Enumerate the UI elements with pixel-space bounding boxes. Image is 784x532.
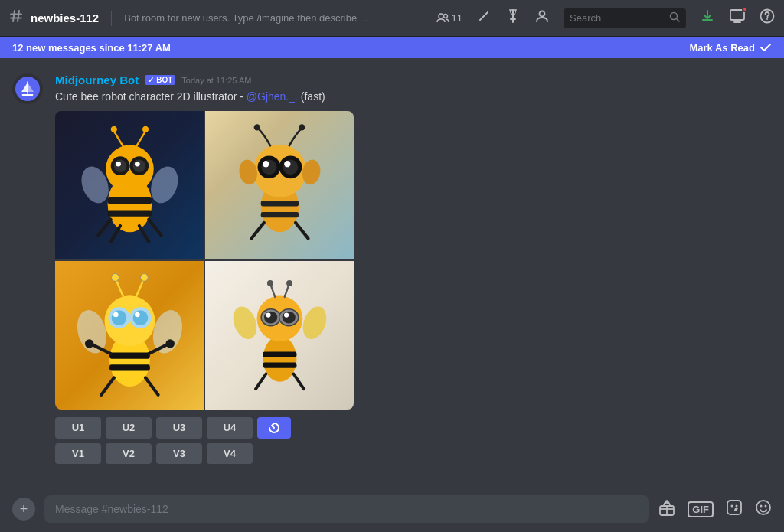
svg-line-44	[251, 223, 263, 239]
u1-button[interactable]: U1	[55, 417, 101, 439]
svg-rect-12	[107, 211, 152, 217]
message-input-placeholder: Message #newbies-112	[55, 503, 168, 515]
svg-line-5	[677, 19, 680, 22]
svg-point-19	[135, 162, 140, 167]
svg-point-1	[443, 14, 447, 18]
member-count[interactable]: 11	[436, 11, 462, 25]
svg-line-23	[110, 226, 119, 242]
messages-area: Midjourney Bot ✓ BOT Today at 11:25 AM C…	[0, 58, 784, 486]
svg-line-22	[98, 220, 110, 236]
svg-point-74	[264, 312, 277, 324]
avatar	[12, 73, 43, 104]
svg-point-29	[142, 126, 148, 132]
emoji-icon[interactable]	[755, 499, 772, 520]
people-icon[interactable]	[534, 8, 550, 28]
svg-line-85	[293, 374, 303, 390]
new-messages-banner: 12 new messages since 11:27 AM Mark As R…	[0, 37, 784, 58]
message-row: Midjourney Bot ✓ BOT Today at 11:25 AM C…	[12, 70, 772, 475]
search-box[interactable]	[564, 8, 686, 28]
svg-rect-88	[727, 501, 741, 514]
u4-button[interactable]: U4	[207, 417, 253, 439]
image-cell-2[interactable]	[205, 111, 354, 259]
svg-line-62	[116, 279, 123, 297]
svg-point-56	[73, 307, 111, 357]
svg-point-54	[113, 312, 119, 318]
message-header: Midjourney Bot ✓ BOT Today at 11:25 AM	[55, 73, 772, 86]
svg-point-77	[283, 313, 288, 318]
slash-icon[interactable]	[476, 8, 492, 28]
channel-topic: Bot room for new users. Type /imagine th…	[124, 12, 368, 24]
action-buttons: U1 U2 U3 U4 V1 V2 V3 V4	[55, 417, 772, 464]
svg-point-16	[113, 160, 126, 172]
svg-point-63	[111, 274, 119, 282]
input-bar: + Message #newbies-112 GIF	[0, 486, 784, 532]
download-icon[interactable]	[700, 8, 715, 28]
svg-point-65	[140, 274, 148, 282]
v4-button[interactable]: V4	[207, 443, 253, 464]
channel-name: newbies-112	[31, 11, 99, 24]
topbar-icons: 11	[436, 8, 775, 28]
monitor-icon[interactable]	[729, 8, 746, 28]
svg-point-55	[135, 312, 140, 318]
svg-point-92	[760, 504, 763, 507]
image-cell-3[interactable]	[55, 261, 204, 410]
svg-point-89	[731, 504, 733, 507]
svg-point-76	[266, 313, 270, 318]
v1-button[interactable]: V1	[55, 443, 101, 464]
svg-line-2	[480, 12, 488, 20]
topbar: newbies-112 Bot room for new users. Type…	[0, 0, 784, 37]
svg-point-75	[282, 312, 295, 324]
svg-point-42	[253, 124, 260, 130]
u-button-row: U1 U2 U3 U4	[55, 417, 772, 439]
image-grid	[55, 111, 354, 410]
u2-button[interactable]: U2	[106, 417, 152, 439]
bot-badge: ✓ BOT	[145, 75, 175, 85]
search-input[interactable]	[570, 12, 665, 24]
help-icon[interactable]	[760, 8, 775, 28]
svg-point-59	[84, 339, 93, 348]
svg-rect-11	[107, 197, 152, 204]
message-author: Midjourney Bot	[55, 73, 139, 86]
svg-point-18	[116, 162, 121, 167]
input-right-icons: GIF	[658, 499, 772, 520]
search-icon	[669, 11, 680, 24]
pin-icon[interactable]	[505, 8, 521, 28]
svg-point-78	[229, 303, 261, 342]
message-timestamp: Today at 11:25 AM	[181, 76, 251, 85]
message-content: Midjourney Bot ✓ BOT Today at 11:25 AM C…	[55, 73, 772, 472]
svg-line-24	[149, 220, 161, 236]
v2-button[interactable]: V2	[106, 443, 152, 464]
svg-line-80	[270, 285, 274, 297]
mention: @Gjhen._.	[247, 90, 298, 103]
hash-icon	[9, 9, 23, 27]
svg-rect-70	[263, 363, 296, 368]
v3-button[interactable]: V3	[156, 443, 202, 464]
add-attachment-button[interactable]: +	[12, 498, 35, 521]
message-input-box[interactable]: Message #newbies-112	[44, 495, 649, 523]
mark-as-read-button[interactable]: Mark As Read	[690, 41, 773, 54]
gif-button[interactable]: GIF	[688, 501, 714, 517]
member-count-label: 11	[452, 12, 462, 24]
svg-point-83	[286, 280, 292, 286]
image-cell-4[interactable]	[205, 261, 354, 410]
v-button-row: V1 V2 V3 V4	[55, 443, 772, 464]
svg-point-27	[110, 126, 116, 132]
u3-button[interactable]: U3	[156, 417, 202, 439]
svg-point-39	[284, 161, 290, 167]
svg-rect-31	[260, 201, 298, 206]
red-dot	[742, 6, 748, 12]
svg-line-84	[256, 374, 266, 390]
svg-point-61	[165, 339, 175, 348]
topbar-divider	[111, 11, 112, 26]
mark-as-read-label: Mark As Read	[690, 42, 756, 54]
svg-line-45	[296, 223, 308, 239]
svg-point-93	[765, 504, 767, 507]
gift-icon[interactable]	[658, 499, 675, 520]
message-text-before: Cute bee robot character 2D illustrator …	[55, 90, 243, 103]
svg-point-3	[540, 11, 545, 17]
image-cell-1[interactable]	[55, 111, 204, 259]
svg-point-57	[148, 307, 186, 357]
sticker-icon[interactable]	[726, 499, 743, 520]
plus-icon: +	[20, 501, 28, 517]
refresh-button[interactable]	[257, 417, 291, 439]
